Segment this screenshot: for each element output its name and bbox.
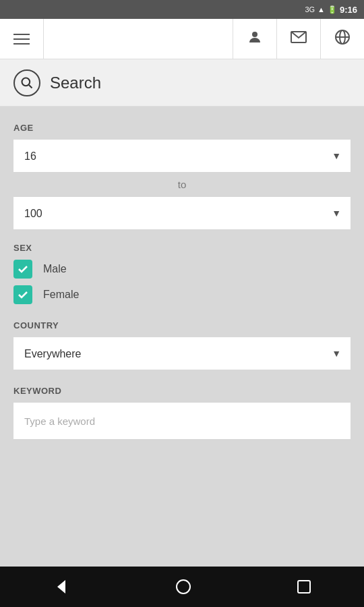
country-select[interactable]: Everywhere USA UK Canada Australia Germa… bbox=[13, 337, 351, 370]
recent-button[interactable] bbox=[296, 579, 312, 595]
clock: 9:16 bbox=[340, 5, 357, 15]
search-header-icon bbox=[13, 69, 40, 96]
status-bar: 3G ▲ 🔋 9:16 bbox=[0, 0, 364, 19]
profile-button[interactable] bbox=[233, 19, 276, 59]
status-icons: 3G ▲ 🔋 9:16 bbox=[305, 5, 357, 15]
page-header: Search bbox=[0, 59, 364, 107]
globe-button[interactable] bbox=[320, 19, 364, 59]
age-from-wrapper: 16 17 18 19 20 25 30 40 50 60 70 80 90 1… bbox=[13, 140, 351, 172]
svg-line-6 bbox=[29, 84, 32, 88]
male-checkbox[interactable] bbox=[13, 260, 32, 279]
country-label: COUNTRY bbox=[13, 320, 351, 330]
main-content: AGE 16 17 18 19 20 25 30 40 50 60 70 80 … bbox=[0, 107, 364, 567]
svg-point-0 bbox=[252, 32, 257, 37]
to-label: to bbox=[13, 179, 351, 190]
country-section: COUNTRY Everywhere USA UK Canada Austral… bbox=[13, 320, 351, 370]
profile-icon bbox=[247, 29, 263, 49]
network-indicator: 3G bbox=[305, 5, 315, 13]
keyword-section: KEYWORD bbox=[13, 386, 351, 439]
svg-marker-7 bbox=[57, 580, 65, 594]
top-nav bbox=[0, 19, 364, 59]
age-label: AGE bbox=[13, 123, 351, 133]
battery-icon: 🔋 bbox=[328, 5, 337, 14]
female-label: Female bbox=[43, 289, 79, 301]
sex-section: SEX Male Female bbox=[13, 243, 351, 304]
age-section: AGE 16 17 18 19 20 25 30 40 50 60 70 80 … bbox=[13, 123, 351, 229]
mail-button[interactable] bbox=[276, 19, 320, 59]
bottom-nav bbox=[0, 567, 364, 607]
svg-rect-9 bbox=[298, 581, 310, 593]
country-wrapper: Everywhere USA UK Canada Australia Germa… bbox=[13, 337, 351, 370]
keyword-label: KEYWORD bbox=[13, 386, 351, 396]
mail-icon bbox=[291, 30, 307, 49]
menu-button[interactable] bbox=[0, 19, 44, 59]
female-row: Female bbox=[13, 285, 351, 304]
svg-point-5 bbox=[22, 78, 30, 86]
page-title: Search bbox=[50, 74, 101, 92]
age-to-wrapper: 16 17 18 19 20 25 30 40 50 60 70 80 90 1… bbox=[13, 197, 351, 229]
female-checkbox[interactable] bbox=[13, 285, 32, 304]
age-from-select[interactable]: 16 17 18 19 20 25 30 40 50 60 70 80 90 1… bbox=[13, 140, 351, 172]
age-to-select[interactable]: 16 17 18 19 20 25 30 40 50 60 70 80 90 1… bbox=[13, 197, 351, 229]
male-row: Male bbox=[13, 260, 351, 279]
sex-label: SEX bbox=[13, 243, 351, 253]
keyword-input[interactable] bbox=[13, 403, 351, 439]
back-button[interactable] bbox=[52, 577, 71, 596]
home-button[interactable] bbox=[175, 578, 192, 596]
hamburger-icon bbox=[13, 34, 30, 45]
signal-icon: ▲ bbox=[317, 5, 325, 13]
male-label: Male bbox=[43, 263, 67, 275]
svg-point-8 bbox=[177, 580, 190, 594]
globe-icon bbox=[334, 29, 351, 49]
